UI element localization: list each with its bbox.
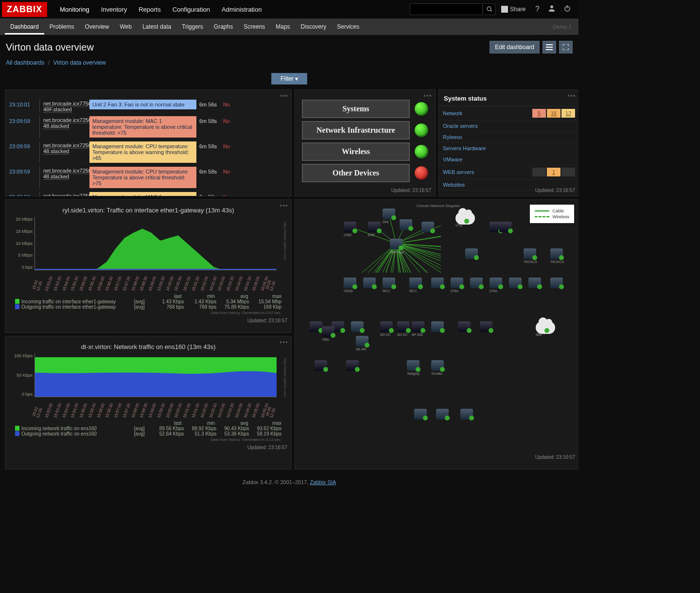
logo[interactable]: ZABBIX [2, 2, 47, 17]
widget-menu-icon[interactable]: ••• [280, 338, 288, 346]
user-icon[interactable] [544, 5, 559, 14]
status-tick-icon [537, 284, 542, 289]
breadcrumb-current[interactable]: Virton data overview [53, 59, 106, 66]
menu-icon[interactable] [542, 41, 556, 53]
status-light-icon [415, 145, 428, 158]
widget-menu-icon[interactable]: ••• [280, 202, 288, 209]
footer: Zabbix 3.4.2. © 2001–2017, Zabbix SIA [0, 472, 578, 492]
problem-row[interactable]: 23:09:59 net.brocade.icx7250-48.stacked … [5, 190, 291, 196]
top-nav: ZABBIX MonitoringInventoryReportsConfigu… [0, 0, 578, 18]
status-tick-icon [389, 328, 394, 333]
sys-row[interactable]: VMware [439, 154, 578, 165]
status-tick-icon [464, 219, 469, 224]
ack-link[interactable]: No [223, 192, 238, 196]
chart-legend: lastminavgmax Incoming traffic on interf… [15, 294, 281, 310]
page-title: Virton data overview [6, 42, 94, 53]
status-tick-icon [372, 284, 377, 289]
subnav-item-maps[interactable]: Maps [270, 19, 295, 35]
ack-link[interactable]: No [223, 100, 238, 107]
fullscreen-icon[interactable] [559, 41, 573, 53]
status-tick-icon [498, 284, 503, 289]
svg-line-33 [316, 244, 396, 273]
subnav-item-triggers[interactable]: Triggers [176, 19, 209, 35]
problem-row[interactable]: 23:09:59 net.brocade.icx7250-48.stacked … [5, 114, 291, 140]
status-row[interactable]: Systems [302, 100, 428, 118]
sys-row[interactable]: WEB servers 1 [439, 165, 578, 179]
sys-row[interactable]: Oracle servers [439, 121, 578, 132]
status-row[interactable]: Wireless [302, 142, 428, 161]
chart-svg [35, 353, 277, 397]
status-light-icon [415, 123, 428, 137]
status-tick-icon [440, 284, 445, 289]
network-map-widget: ••• Cable Wireless DHLVTBCRMERPMain AgoT… [295, 199, 578, 470]
filter-row: Filter ▾ [0, 71, 578, 87]
status-tick-icon [430, 228, 435, 233]
status-tick-icon [331, 333, 335, 338]
system-status-title: System status [439, 90, 578, 106]
subnav-item-screens[interactable]: Screens [238, 19, 270, 35]
share-link[interactable]: Share [496, 6, 530, 13]
widget-menu-icon[interactable]: ••• [423, 92, 432, 100]
nav-item-monitoring[interactable]: Monitoring [54, 0, 95, 18]
nav-item-inventory[interactable]: Inventory [95, 0, 133, 18]
status-tick-icon [360, 328, 365, 333]
problem-row[interactable]: 23:09:59 net.brocade.icx7250-48.stacked … [5, 165, 291, 190]
problem-row[interactable]: 23:10:01 net.brocade.icx7750-48F.stacked… [5, 98, 291, 114]
page-header: Virton data overview Edit dashboard [0, 35, 578, 56]
status-lights-widget: ••• SystemsNetwork InfrastructureWireles… [295, 89, 436, 196]
traffic-chart-widget: ••• ryl.side1.virton: Traffic on interfa… [5, 199, 292, 333]
breadcrumb-all[interactable]: All dashboards [6, 59, 44, 66]
status-tick-icon [544, 328, 549, 333]
widget-menu-icon[interactable]: ••• [280, 92, 288, 100]
subnav-item-discovery[interactable]: Discovery [296, 19, 332, 35]
status-tick-icon [420, 328, 425, 333]
status-tick-icon [518, 284, 523, 289]
edit-dashboard-button[interactable]: Edit dashboard [490, 41, 540, 53]
ack-link[interactable]: No [223, 141, 238, 149]
filter-button[interactable]: Filter ▾ [271, 73, 307, 85]
status-tick-icon [365, 343, 369, 348]
nav-item-reports[interactable]: Reports [133, 0, 167, 18]
subnav-item-problems[interactable]: Problems [44, 19, 80, 35]
chart-area: 100 Kbps50 Kbps0 bps http://www.zabbix.c… [35, 353, 277, 397]
subnav-item-web[interactable]: Web [114, 19, 137, 35]
sys-row[interactable]: Network51612 [439, 106, 578, 121]
status-light-icon [415, 166, 428, 180]
chart-title: ryl.side1.virton: Traffic on interface e… [5, 200, 291, 217]
status-tick-icon [323, 367, 328, 372]
help-icon[interactable]: ? [531, 5, 543, 14]
power-icon[interactable] [560, 5, 575, 14]
svg-point-2 [550, 5, 553, 8]
zabbix-icon [501, 6, 508, 13]
subnav-item-latest-data[interactable]: Latest data [137, 19, 176, 35]
search-input[interactable] [410, 3, 483, 15]
subnav-item-dashboard[interactable]: Dashboard [5, 19, 44, 35]
status-row[interactable]: Other Devices [302, 164, 428, 182]
status-tick-icon [559, 284, 564, 289]
ack-link[interactable]: No [223, 116, 238, 124]
status-row[interactable]: Network Infrastructure [302, 121, 428, 140]
nav-item-administration[interactable]: Administration [216, 0, 267, 18]
widget-menu-icon[interactable]: ••• [567, 92, 576, 100]
status-tick-icon [355, 367, 360, 372]
subnav-item-graphs[interactable]: Graphs [209, 19, 238, 35]
subnav-item-overview[interactable]: Overview [79, 19, 114, 35]
status-tick-icon [340, 328, 345, 333]
breadcrumb: All dashboards / Virton data overview [0, 56, 578, 71]
map-area[interactable]: Cable Wireless DHLVTBCRMERPMain AgoTACAC… [295, 200, 578, 453]
sys-row[interactable]: Servers Hardware [439, 143, 578, 154]
status-tick-icon [352, 284, 357, 289]
search-icon[interactable] [484, 3, 495, 15]
status-tick-icon [418, 284, 423, 289]
problem-row[interactable]: 23:09:59 net.brocade.icx7250-48.stacked … [5, 140, 291, 165]
subnav-item-services[interactable]: Services [332, 19, 365, 35]
footer-link[interactable]: Zabbix SIA [310, 479, 336, 485]
status-tick-icon [406, 328, 411, 333]
nav-item-configuration[interactable]: Configuration [167, 0, 216, 18]
demo-label: Demo-1 [553, 24, 574, 30]
status-tick-icon [399, 245, 403, 250]
status-tick-icon [474, 255, 479, 260]
status-updated: Updated: 23:16:57 [387, 186, 435, 195]
sys-row[interactable]: Ryleevo [439, 132, 578, 143]
ack-link[interactable]: No [223, 167, 238, 174]
